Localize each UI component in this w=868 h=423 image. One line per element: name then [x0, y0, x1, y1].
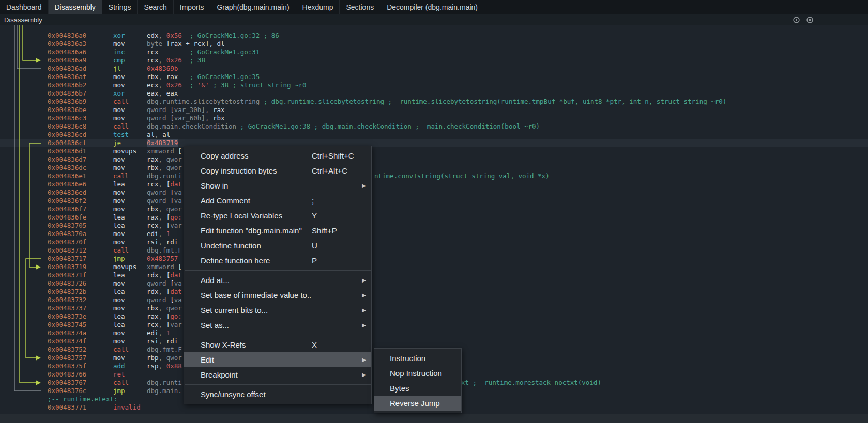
instruction-operand: ; — [182, 81, 197, 89]
instruction-address: 0x004836b9 — [48, 98, 113, 106]
disasm-row[interactable]: 0x0048374amovedi, 1 — [0, 329, 868, 337]
menu-item-edit-function-dbg-main-main[interactable]: Edit function "dbg.main.main"Shift+P — [184, 223, 371, 238]
disasm-row[interactable]: 0x004836e6learcx, [dat — [0, 180, 868, 189]
disasm-row[interactable]: 0x004836a3movbyte [rax + rcx], dl — [0, 40, 868, 48]
menu-item-add-comment[interactable]: Add Comment; — [184, 193, 371, 208]
menu-item-set-current-bits-to[interactable]: Set current bits to...▶ — [184, 303, 371, 318]
comment-fragment: ntime.convTstring(struct string val, voi… — [374, 172, 550, 180]
tab-decompiler-dbg-main-main[interactable]: Decompiler (dbg.main.main) — [380, 0, 484, 14]
menu-item-instruction[interactable]: Instruction — [374, 351, 461, 366]
instruction-operand: dat — [170, 271, 182, 279]
instruction-operand: , — [159, 354, 166, 362]
instruction-operand: rax — [147, 213, 159, 221]
menu-item-reverse-jump[interactable]: Reverse Jump — [374, 396, 461, 411]
disasm-row[interactable]: 0x004836b9calldbg.runtime.slicebytetostr… — [0, 98, 868, 106]
tab-bar: DashboardDisassemblyStringsSearchImports… — [0, 0, 868, 14]
menu-item-define-function-here[interactable]: Define function hereP — [184, 253, 371, 268]
menu-item-undefine-function[interactable]: Undefine functionU — [184, 238, 371, 253]
disasm-row[interactable]: 0x00483719movupsxmmword [ — [0, 263, 868, 271]
disasm-row[interactable]: 0x00483732movqword [va — [0, 296, 868, 304]
menu-item-copy-address[interactable]: Copy addressCtrl+Shift+C — [184, 148, 371, 163]
disasm-row[interactable]: 0x0048370amovedi, 1 — [0, 230, 868, 238]
menu-item-show-x-refs[interactable]: Show X-RefsX — [184, 337, 371, 352]
disasm-row[interactable]: 0x004836a0xoredx, 0x56 ; GoCrackMe1.go:3… — [0, 32, 868, 40]
disasm-row[interactable]: 0x004836c3movqword [var_60h], rbx — [0, 114, 868, 122]
menu-item-show-in[interactable]: Show in▶ — [184, 178, 371, 193]
close-icon[interactable] — [806, 17, 813, 23]
disasm-row[interactable]: 0x0048372bleardx, [dat — [0, 288, 868, 296]
tab-sections[interactable]: Sections — [340, 0, 380, 14]
instruction-mnemonic: mov — [113, 279, 147, 288]
tab-graph-dbg-main-main[interactable]: Graph(dbg.main.main) — [210, 0, 296, 14]
tab-dashboard[interactable]: Dashboard — [0, 0, 49, 14]
instruction-operand: rcx — [147, 321, 159, 328]
tab-strings[interactable]: Strings — [102, 0, 138, 14]
instruction-address: 0x004836a9 — [48, 56, 113, 65]
menu-item-re-type-local-variables[interactable]: Re-type Local VariablesY — [184, 208, 371, 223]
disasm-row[interactable]: 0x004836cfje0x483719 — [0, 139, 868, 147]
instruction-mnemonic: mov — [113, 155, 147, 164]
disasm-row[interactable]: 0x004836dcmovrbx, qwor — [0, 164, 868, 172]
disasm-row[interactable]: 0x0048373elearax, [go: — [0, 312, 868, 321]
menu-item-bytes[interactable]: Bytes — [374, 381, 461, 396]
menu-item-nop-instruction[interactable]: Nop Instruction — [374, 366, 461, 381]
tab-imports[interactable]: Imports — [174, 0, 211, 14]
menu-item-shortcut: Y — [312, 208, 317, 223]
instruction-operand: [ — [170, 197, 174, 205]
instruction-operand: go: — [170, 312, 182, 320]
instruction-mnemonic: mov — [113, 337, 147, 346]
menu-item-copy-instruction-bytes[interactable]: Copy instruction bytesCtrl+Alt+C — [184, 163, 371, 178]
menu-item-label: Show in — [201, 181, 228, 190]
disasm-row[interactable]: 0x004836afmovrbx, rax ; GoCrackMe1.go:35 — [0, 73, 868, 81]
disasm-row[interactable]: 0x00483737movrbx, qwor — [0, 304, 868, 312]
disasm-row[interactable]: 0x00483712calldbg.fmt.F — [0, 246, 868, 255]
submenu-arrow-icon: ▶ — [362, 303, 366, 318]
instruction-address: 0x00483719 — [48, 263, 113, 271]
disasm-row[interactable]: 0x0048371fleardx, [dat — [0, 271, 868, 279]
instruction-operand: qwor — [166, 304, 182, 312]
instruction-operand: dbg.runti — [147, 379, 182, 386]
instruction-operand: rsi — [147, 238, 159, 246]
disasm-row[interactable]: 0x004836d7movrax, qwor — [0, 155, 868, 164]
instruction-operand: qword — [147, 189, 170, 196]
disasm-row[interactable]: 0x00483705learcx, [var — [0, 222, 868, 230]
instruction-mnemonic: lea — [113, 213, 147, 222]
instruction-mnemonic: lea — [113, 312, 147, 321]
disasm-row[interactable]: 0x004836f2movqword [va — [0, 197, 868, 205]
disasm-row[interactable]: 0x004836d1movupsxmmword [ — [0, 147, 868, 155]
disasm-row[interactable]: 0x004836felearax, [go: — [0, 213, 868, 222]
disasm-row[interactable]: 0x00483726movqword [va — [0, 279, 868, 288]
tab-disassembly[interactable]: Disassembly — [49, 0, 102, 14]
menu-item-set-as[interactable]: Set as...▶ — [184, 318, 371, 333]
menu-item-label: Sync/unsync offset — [201, 390, 266, 399]
instruction-address: 0x004836dc — [48, 164, 113, 172]
disasm-row[interactable]: 0x004836adjl0x48369b — [0, 65, 868, 73]
disasm-row[interactable]: 0x004836cdtestal, al — [0, 131, 868, 139]
tab-search[interactable]: Search — [138, 0, 173, 14]
disasm-row[interactable]: 0x004836b7xoreax, eax — [0, 89, 868, 98]
menu-item-sync-unsync-offset[interactable]: Sync/unsync offset — [184, 387, 371, 402]
instruction-operand: 0x26 — [166, 56, 182, 64]
disasm-row[interactable]: 0x00483745learcx, [var — [0, 321, 868, 329]
menu-item-breakpoint[interactable]: Breakpoint▶ — [184, 367, 371, 382]
disasm-row[interactable]: 0x004836b2movecx, 0x26 ; '&' ; 38 ; stru… — [0, 81, 868, 89]
disasm-row[interactable]: 0x004836edmovqword [va — [0, 189, 868, 197]
instruction-mnemonic: mov — [113, 106, 147, 114]
target-icon[interactable] — [793, 17, 800, 23]
disasm-row[interactable]: 0x004836bemovqword [var_30h], rax — [0, 106, 868, 114]
disasm-row[interactable]: 0x00483717jmp0x483757 — [0, 255, 868, 263]
tab-hexdump[interactable]: Hexdump — [296, 0, 340, 14]
panel-title: Disassembly — [4, 16, 42, 24]
instruction-operand: 0x56 — [166, 32, 182, 39]
disasm-row[interactable]: 0x004836a9cmprcx, 0x26 ; 38 — [0, 56, 868, 65]
disasm-row[interactable]: 0x004836a6incrcx ; GoCrackMe1.go:31 — [0, 48, 868, 56]
instruction-operand: 0x88 — [166, 362, 182, 370]
menu-item-set-base-of-immediate-value-to[interactable]: Set base of immediate value to..▶ — [184, 288, 371, 303]
disasm-row[interactable]: 0x004836c8calldbg.main.checkCondition ; … — [0, 122, 868, 131]
disasm-row[interactable]: 0x0048370fmovrsi, rdi — [0, 238, 868, 246]
menu-item-edit[interactable]: Edit▶ — [184, 352, 371, 367]
menu-item-add-at[interactable]: Add at...▶ — [184, 273, 371, 288]
disasm-row[interactable]: 0x0048374fmovrsi, rdi — [0, 337, 868, 346]
disasm-row[interactable]: 0x004836f7movrbx, qwor — [0, 205, 868, 213]
instruction-mnemonic: movups — [113, 147, 147, 155]
